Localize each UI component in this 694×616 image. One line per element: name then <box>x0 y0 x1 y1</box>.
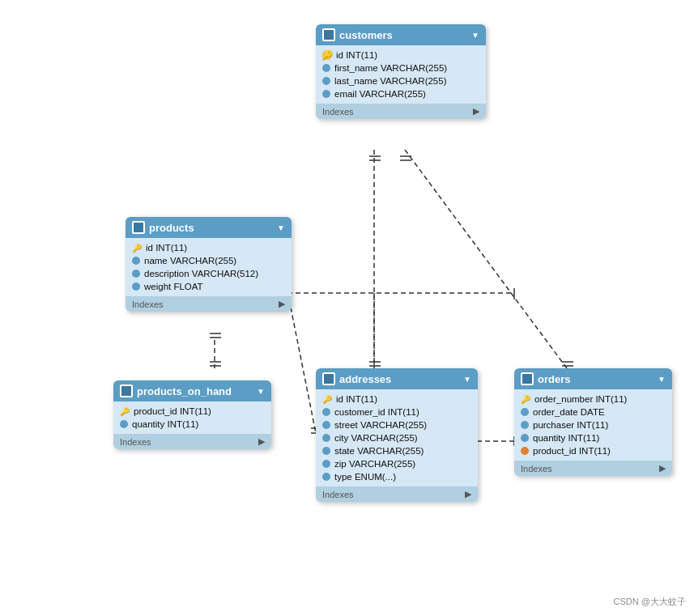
field-orders-orderdate: order_date DATE <box>514 406 672 418</box>
table-name-products-on-hand: products_on_hand <box>137 385 232 397</box>
table-body-addresses: 🔑 id INT(11) customer_id INT(11) street … <box>316 389 478 486</box>
indexes-addresses[interactable]: Indexes ▶ <box>316 486 478 502</box>
svg-line-5 <box>405 150 567 368</box>
field-customers-lastname: last_name VARCHAR(255) <box>316 74 486 87</box>
icon-products-name <box>132 257 140 265</box>
field-customers-id: 🔑 id INT(11) <box>316 49 486 62</box>
field-addr-zip: zip VARCHAR(255) <box>316 457 478 470</box>
table-name-customers: customers <box>339 29 393 41</box>
table-icon-customers <box>322 28 335 41</box>
fk-icon-orders-productid <box>521 447 529 455</box>
indexes-products[interactable]: Indexes ▶ <box>126 296 292 312</box>
table-icon-products-on-hand <box>120 384 133 397</box>
icon-orders-purchaser <box>521 421 529 429</box>
table-products[interactable]: products ▼ 🔑 id INT(11) name VARCHAR(255… <box>126 217 292 312</box>
dropdown-orders[interactable]: ▼ <box>658 375 666 384</box>
pk-icon-products-id: 🔑 <box>132 244 142 253</box>
diagram-canvas: customers ▼ 🔑 id INT(11) first_name VARC… <box>0 0 694 616</box>
table-name-products: products <box>149 222 194 234</box>
icon-addr-type <box>322 473 330 481</box>
indexes-orders[interactable]: Indexes ▶ <box>514 461 672 476</box>
pk-icon-addr-id: 🔑 <box>322 395 332 404</box>
field-customers-email: email VARCHAR(255) <box>316 87 486 100</box>
icon-orders-quantity <box>521 434 529 442</box>
icon-products-desc <box>132 270 140 278</box>
icon-orders-orderdate <box>521 408 529 416</box>
table-header-addresses[interactable]: addresses ▼ <box>316 368 478 389</box>
table-addresses[interactable]: addresses ▼ 🔑 id INT(11) customer_id INT… <box>316 368 478 502</box>
table-body-products: 🔑 id INT(11) name VARCHAR(255) descripti… <box>126 238 292 296</box>
icon-products-weight <box>132 283 140 291</box>
icon-addr-street <box>322 421 330 429</box>
indexes-products-on-hand[interactable]: Indexes ▶ <box>113 434 271 449</box>
table-customers[interactable]: customers ▼ 🔑 id INT(11) first_name VARC… <box>316 24 486 119</box>
field-addr-street: street VARCHAR(255) <box>316 418 478 431</box>
field-products-desc: description VARCHAR(512) <box>126 267 292 280</box>
field-products-id: 🔑 id INT(11) <box>126 241 292 254</box>
field-addr-state: state VARCHAR(255) <box>316 444 478 457</box>
field-products-name: name VARCHAR(255) <box>126 254 292 267</box>
icon-addr-city <box>322 434 330 442</box>
field-addr-type: type ENUM(...) <box>316 470 478 483</box>
table-body-customers: 🔑 id INT(11) first_name VARCHAR(255) las… <box>316 45 486 104</box>
field-orders-quantity: quantity INT(11) <box>514 431 672 444</box>
field-addr-id: 🔑 id INT(11) <box>316 393 478 406</box>
dropdown-customers[interactable]: ▼ <box>471 31 479 40</box>
indexes-customers[interactable]: Indexes ▶ <box>316 104 486 119</box>
field-poh-quantity: quantity INT(11) <box>113 418 271 431</box>
table-orders[interactable]: orders ▼ 🔑 order_number INT(11) order_da… <box>514 368 672 476</box>
dropdown-products[interactable]: ▼ <box>277 223 285 232</box>
field-addr-city: city VARCHAR(255) <box>316 431 478 444</box>
pk-icon-poh-productid: 🔑 <box>120 407 130 416</box>
fk-icon-customers-firstname <box>322 64 330 72</box>
field-poh-productid: 🔑 product_id INT(11) <box>113 405 271 418</box>
table-products-on-hand[interactable]: products_on_hand ▼ 🔑 product_id INT(11) … <box>113 380 271 449</box>
svg-line-10 <box>287 291 316 433</box>
dropdown-products-on-hand[interactable]: ▼ <box>257 387 265 396</box>
table-icon-addresses <box>322 372 335 385</box>
icon-customers-lastname <box>322 77 330 85</box>
icon-addr-zip <box>322 460 330 468</box>
icon-poh-quantity <box>120 420 128 428</box>
table-icon-orders <box>521 372 534 385</box>
pk-icon-customers-id: 🔑 <box>322 50 332 60</box>
table-body-orders: 🔑 order_number INT(11) order_date DATE p… <box>514 389 672 461</box>
field-orders-productid: product_id INT(11) <box>514 444 672 457</box>
table-header-products-on-hand[interactable]: products_on_hand ▼ <box>113 380 271 401</box>
table-name-orders: orders <box>538 373 570 385</box>
field-orders-ordernumber: 🔑 order_number INT(11) <box>514 393 672 406</box>
pk-icon-orders-ordernumber: 🔑 <box>521 395 530 404</box>
icon-addr-customerid <box>322 408 330 416</box>
dropdown-addresses[interactable]: ▼ <box>463 375 471 384</box>
field-orders-purchaser: purchaser INT(11) <box>514 418 672 431</box>
table-header-customers[interactable]: customers ▼ <box>316 24 486 45</box>
table-body-products-on-hand: 🔑 product_id INT(11) quantity INT(11) <box>113 401 271 434</box>
table-icon-products <box>132 221 145 234</box>
table-header-products[interactable]: products ▼ <box>126 217 292 238</box>
table-name-addresses: addresses <box>339 373 391 385</box>
table-header-orders[interactable]: orders ▼ <box>514 368 672 389</box>
field-addr-customerid: customer_id INT(11) <box>316 406 478 418</box>
field-customers-firstname: first_name VARCHAR(255) <box>316 62 486 74</box>
field-products-weight: weight FLOAT <box>126 280 292 293</box>
icon-addr-state <box>322 447 330 455</box>
icon-customers-email <box>322 90 330 98</box>
watermark: CSDN @大大蚊子 <box>614 596 686 608</box>
